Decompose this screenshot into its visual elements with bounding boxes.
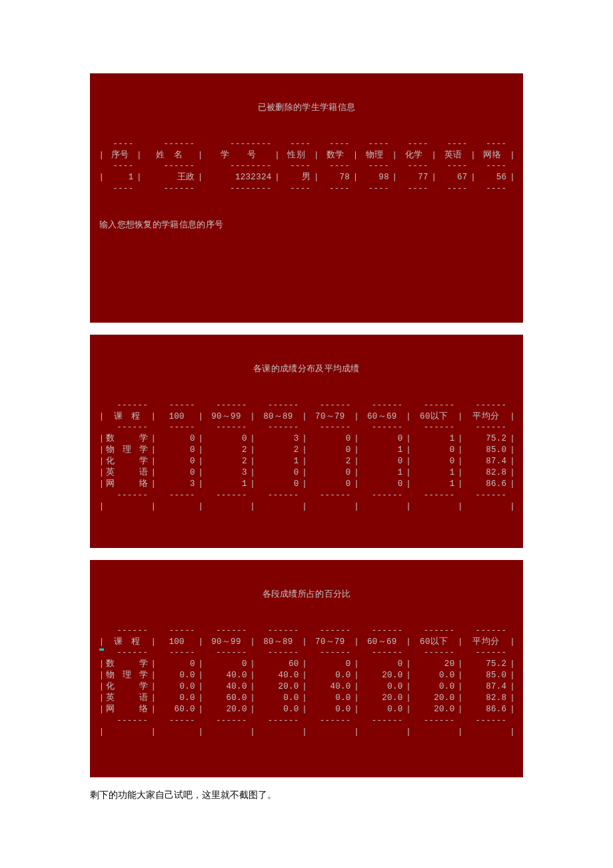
cell: 0 <box>411 445 457 456</box>
cell: 2 <box>203 456 249 467</box>
cell: 20 <box>411 659 457 670</box>
separator-row: ----------------------------------------… <box>98 490 515 501</box>
table-row: |1 |王政 |1232324 |男 |78 |98 |77 |67 |56 | <box>98 172 515 183</box>
cell-eng: 67 <box>436 172 469 183</box>
restore-prompt: 输入您想恢复的学籍信息的序号 <box>98 218 515 231</box>
cell: 1 <box>411 467 457 479</box>
cell: 85.0 <box>463 670 509 681</box>
cell: 0.0 <box>359 704 405 715</box>
separator-row: ----------------------------------------… <box>98 183 515 195</box>
cell: 86.6 <box>463 704 509 715</box>
cell: 0.0 <box>255 693 301 704</box>
col-80-89: 80～89 <box>255 411 301 423</box>
cell: 82.8 <box>463 467 509 479</box>
cell: 2 <box>203 445 249 456</box>
separator-row: ----------------------------------------… <box>98 647 515 659</box>
cell: 20.0 <box>255 681 301 693</box>
cell-net: 56 <box>476 172 508 183</box>
cell: 0.0 <box>156 693 197 704</box>
table-row: |物理学|0.0|40.0|40.0|0.0|20.0|0.0|85.0| <box>98 670 515 681</box>
cell-math: 78 <box>319 172 352 183</box>
cell: 1 <box>411 433 457 445</box>
table-row: |化 学|0|2|1|2|0|0|87.4| <box>98 456 515 467</box>
cell: 0 <box>156 433 197 445</box>
separator-row: ----------------------------------------… <box>98 139 515 150</box>
cell: 0 <box>307 479 353 490</box>
col-70-79: 70～79 <box>307 637 353 648</box>
cell: 60.0 <box>156 704 197 715</box>
cell: 86.6 <box>463 479 509 490</box>
table-row: |英 语|0.0|60.0|0.0|0.0|20.0|20.0|82.8| <box>98 693 515 704</box>
col-eng: 英语 <box>436 150 469 161</box>
table-header-row: |课 程 |100 |90～99 |80～89 |70～79 |60～69 |6… <box>98 637 515 648</box>
cell: 0.0 <box>411 670 457 681</box>
cell: 20.0 <box>411 693 457 704</box>
col-80-89: 80～89 <box>255 637 301 648</box>
cell: 0 <box>359 479 405 490</box>
cursor-icon: ▂ <box>99 643 104 651</box>
cell: 0.0 <box>307 704 353 715</box>
cell: 0 <box>156 445 197 456</box>
col-avg: 平均分 <box>463 411 509 423</box>
col-subject: 课 程 <box>104 637 150 648</box>
cell: 0.0 <box>411 681 457 693</box>
cell: 0 <box>307 659 353 670</box>
col-math: 数学 <box>319 150 352 161</box>
separator-row: ----------------------------------------… <box>98 715 515 727</box>
table-row: |数 学|0|0|60|0|0|20|75.2| <box>98 659 515 670</box>
cell: 40.0 <box>255 670 301 681</box>
cell: 0.0 <box>156 670 197 681</box>
block3-title: 各段成绩所占的百分比 <box>98 589 515 601</box>
cell: 40.0 <box>307 681 353 693</box>
col-90-99: 90～99 <box>203 411 249 423</box>
table-row: |化 学|0.0|40.0|20.0|40.0|0.0|0.0|87.4| <box>98 681 515 693</box>
grade-percentage-table: ----------------------------------------… <box>98 625 515 738</box>
cell: 0.0 <box>255 704 301 715</box>
deleted-students-table: ----------------------------------------… <box>98 139 515 195</box>
col-60-69: 60～69 <box>359 411 405 423</box>
cell: 0 <box>359 433 405 445</box>
cell: 87.4 <box>463 681 509 693</box>
cell: 化 学 <box>104 456 150 467</box>
col-lt-60: 60以下 <box>411 637 457 648</box>
separator-row: ----------------------------------------… <box>98 422 515 433</box>
table-empty-row: ||||||||| <box>98 727 515 738</box>
block2-title: 各课的成绩分布及平均成绩 <box>98 363 515 375</box>
cell-seq: 1 <box>104 172 135 183</box>
table-row: |网 络|3|1|0|0|0|1|86.6| <box>98 479 515 490</box>
cell: 2 <box>307 456 353 467</box>
table-empty-row: ||||||||| <box>98 501 515 513</box>
cell: 75.2 <box>463 433 509 445</box>
col-avg: 平均分 <box>463 637 509 648</box>
cell: 0.0 <box>307 693 353 704</box>
cell: 物理学 <box>104 670 150 681</box>
cell: 英 语 <box>104 467 150 479</box>
cell-physics: 98 <box>358 172 391 183</box>
col-net: 网络 <box>476 150 508 161</box>
cell: 网 络 <box>104 479 150 490</box>
cell: 20.0 <box>411 704 457 715</box>
col-lt-60: 60以下 <box>411 411 457 423</box>
cell: 数 学 <box>104 659 150 670</box>
cell: 75.2 <box>463 659 509 670</box>
cell: 0 <box>307 467 353 479</box>
table-row: |物理学|0|2|2|0|1|0|85.0| <box>98 445 515 456</box>
cell: 3 <box>156 479 197 490</box>
cell: 0 <box>156 467 197 479</box>
console-block-1: 已被删除的学生学籍信息 ----------------------------… <box>90 73 523 323</box>
console-block-2: 各课的成绩分布及平均成绩 ---------------------------… <box>90 335 523 548</box>
cell: 60.0 <box>203 693 249 704</box>
cell-gender: 男 <box>280 172 312 183</box>
cell: 0 <box>255 479 301 490</box>
col-100: 100 <box>156 637 197 648</box>
cell: 87.4 <box>463 456 509 467</box>
col-70-79: 70～79 <box>307 411 353 423</box>
col-name: 姓 名 <box>142 150 197 161</box>
grade-distribution-table: ----------------------------------------… <box>98 400 515 513</box>
col-chem: 化学 <box>397 150 430 161</box>
cell: 0.0 <box>359 681 405 693</box>
cell-id: 1232324 <box>203 172 274 183</box>
cell: 0 <box>359 659 405 670</box>
table-row: |网 络|60.0|20.0|0.0|0.0|0.0|20.0|86.6| <box>98 704 515 715</box>
cell-name: 王政 <box>142 172 197 183</box>
